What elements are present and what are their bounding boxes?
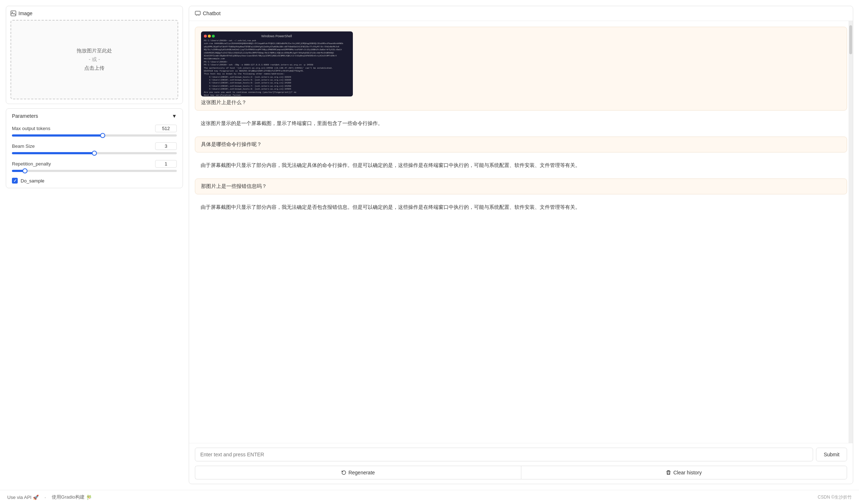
terminal-title: Windows PowerShell bbox=[215, 34, 338, 38]
do-sample-row[interactable]: Do_sample bbox=[12, 178, 177, 184]
max-tokens-group: Max output tokens 512 bbox=[12, 125, 177, 137]
svg-rect-2 bbox=[195, 11, 200, 15]
params-title: Parameters bbox=[12, 113, 38, 119]
api-link[interactable]: Use via API 🚀 bbox=[7, 495, 39, 500]
user-message-1-text: 这张图片上是什么？ bbox=[201, 99, 247, 105]
trash-icon bbox=[666, 470, 671, 475]
clear-history-label: Clear history bbox=[673, 470, 702, 475]
max-tokens-thumb[interactable] bbox=[100, 133, 105, 138]
footer: Use via API 🚀 · 使用Gradio构建 🎋 CSDN ©生沙折竹 bbox=[0, 490, 859, 504]
params-header: Parameters ▼ bbox=[12, 113, 177, 119]
beam-size-fill bbox=[12, 152, 94, 154]
bot-message-1-text: 这张图片显示的是一个屏幕截图，显示了终端窗口，里面包含了一些命令行操作。 bbox=[201, 120, 383, 126]
user-message-1: Windows PowerShell PS C:\Users\29636> ca… bbox=[195, 27, 847, 111]
chat-messages: Windows PowerShell PS C:\Users\29636> ca… bbox=[189, 21, 853, 443]
terminal-controls bbox=[204, 35, 215, 38]
beam-size-slider[interactable] bbox=[12, 152, 177, 154]
user-message-2: 具体是哪些命令行操作呢？ bbox=[195, 137, 847, 152]
beam-size-group: Beam Size 3 bbox=[12, 142, 177, 154]
bot-message-3: 由于屏幕截图中只显示了部分内容，我无法确定是否包含报错信息。但是可以确定的是，这… bbox=[195, 199, 847, 216]
regenerate-icon bbox=[341, 470, 346, 475]
chat-input-area: Submit bbox=[189, 443, 853, 466]
image-panel: Image 拖放图片至此处 - 或 - 点击上传 bbox=[6, 6, 183, 104]
or-separator: - 或 - bbox=[89, 56, 100, 63]
beam-size-thumb[interactable] bbox=[92, 151, 97, 156]
fire-icon: 🎋 bbox=[86, 495, 92, 500]
terminal-screenshot: Windows PowerShell PS C:\Users\29636> ca… bbox=[201, 31, 353, 96]
image-panel-title: Image bbox=[18, 10, 33, 16]
regenerate-label: Regenerate bbox=[349, 470, 375, 475]
image-panel-header: Image bbox=[10, 10, 178, 16]
terminal-btn-close bbox=[204, 35, 207, 38]
rocket-icon: 🚀 bbox=[33, 495, 39, 500]
max-tokens-slider[interactable] bbox=[12, 134, 177, 137]
do-sample-label: Do_sample bbox=[21, 178, 44, 184]
chat-input[interactable] bbox=[195, 448, 813, 461]
terminal-titlebar: Windows PowerShell bbox=[204, 34, 350, 38]
submit-button[interactable]: Submit bbox=[816, 448, 847, 461]
footer-separator: · bbox=[44, 495, 46, 500]
user-message-3: 那图片上是一些报错信息吗？ bbox=[195, 178, 847, 194]
gradio-text: 使用Gradio构建 bbox=[52, 494, 85, 500]
chatbot-panel: Chatbot Windows PowerShell bbox=[189, 6, 853, 484]
chat-area: Windows PowerShell PS C:\Users\29636> ca… bbox=[189, 21, 853, 443]
rep-penalty-row: Repetition_penalty 1 bbox=[12, 160, 177, 168]
bot-message-1: 这张图片显示的是一个屏幕截图，显示了终端窗口，里面包含了一些命令行操作。 bbox=[195, 115, 847, 132]
terminal-content: PS C:\Users\29636> cat ~/.ssh/id_rsa.pub… bbox=[204, 39, 350, 96]
gradio-link[interactable]: 使用Gradio构建 🎋 bbox=[52, 494, 92, 500]
bot-message-2: 由于屏幕截图中只显示了部分内容，我无法确定具体的命令行操作。但是可以确定的是，这… bbox=[195, 157, 847, 174]
chatbot-icon bbox=[195, 10, 201, 16]
rep-penalty-group: Repetition_penalty 1 bbox=[12, 160, 177, 172]
bot-message-3-text: 由于屏幕截图中只显示了部分内容，我无法确定是否包含报错信息。但是可以确定的是，这… bbox=[201, 204, 580, 210]
rep-penalty-value[interactable]: 1 bbox=[155, 160, 177, 168]
left-panel: Image 拖放图片至此处 - 或 - 点击上传 Parameters ▼ Ma… bbox=[6, 6, 183, 484]
rep-penalty-thumb[interactable] bbox=[22, 168, 27, 173]
rep-penalty-label: Repetition_penalty bbox=[12, 161, 51, 167]
params-panel: Parameters ▼ Max output tokens 512 Beam … bbox=[6, 108, 183, 188]
beam-size-label: Beam Size bbox=[12, 143, 35, 149]
max-tokens-label: Max output tokens bbox=[12, 126, 50, 131]
image-drop-area[interactable]: 拖放图片至此处 - 或 - 点击上传 bbox=[10, 20, 178, 99]
chat-actions: Regenerate Clear history bbox=[189, 466, 853, 484]
drop-text: 拖放图片至此处 bbox=[77, 48, 112, 54]
clear-history-button[interactable]: Clear history bbox=[521, 466, 847, 479]
terminal-btn-minimize bbox=[208, 35, 211, 38]
chatbot-title: Chatbot bbox=[203, 10, 221, 16]
regenerate-button[interactable]: Regenerate bbox=[195, 466, 521, 479]
max-tokens-value[interactable]: 512 bbox=[155, 125, 177, 132]
upload-link[interactable]: 点击上传 bbox=[84, 65, 104, 72]
scrollbar-track[interactable] bbox=[849, 21, 853, 443]
user-message-2-text: 具体是哪些命令行操作呢？ bbox=[201, 141, 262, 147]
chatbot-header: Chatbot bbox=[189, 6, 853, 21]
scrollbar-thumb[interactable] bbox=[849, 25, 852, 54]
image-icon bbox=[10, 10, 16, 16]
bot-message-2-text: 由于屏幕截图中只显示了部分内容，我无法确定具体的命令行操作。但是可以确定的是，这… bbox=[201, 162, 580, 168]
api-text: Use via API bbox=[7, 495, 31, 500]
collapse-icon[interactable]: ▼ bbox=[172, 113, 177, 119]
beam-size-value[interactable]: 3 bbox=[155, 142, 177, 150]
brand-text: CSDN ©生沙折竹 bbox=[818, 494, 852, 500]
user-message-3-text: 那图片上是一些报错信息吗？ bbox=[201, 183, 267, 189]
max-tokens-fill bbox=[12, 134, 103, 137]
do-sample-checkbox[interactable] bbox=[12, 178, 18, 184]
rep-penalty-slider[interactable] bbox=[12, 170, 177, 172]
max-tokens-row: Max output tokens 512 bbox=[12, 125, 177, 132]
terminal-btn-maximize bbox=[212, 35, 215, 38]
beam-size-row: Beam Size 3 bbox=[12, 142, 177, 150]
